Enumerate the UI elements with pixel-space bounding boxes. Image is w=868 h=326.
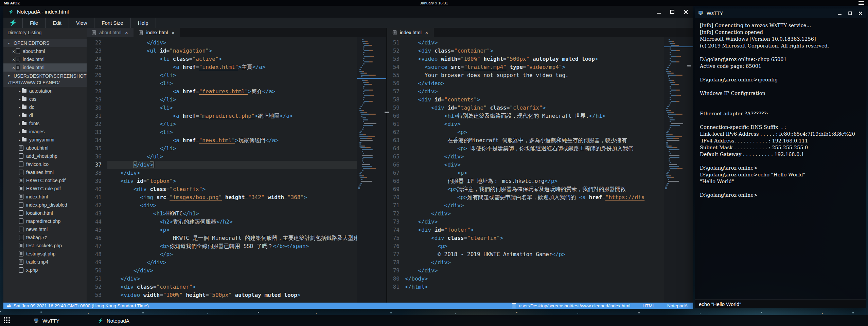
open-editors-section[interactable]: OPEN EDITORS [3, 39, 87, 47]
close-icon[interactable] [858, 11, 863, 15]
file-item[interactable]: testmysql.php [3, 250, 87, 258]
folder-item[interactable]: autostation [3, 87, 87, 95]
code-line: <a href="mapredirect.php">網上地圖</a> [107, 112, 386, 120]
menu-item-view[interactable]: View [69, 18, 94, 28]
folder-item[interactable]: css [3, 95, 87, 103]
chevron-right-icon[interactable] [18, 114, 22, 117]
right-scrollbar-thumb[interactable] [687, 65, 691, 66]
file-item[interactable]: mapredirect.php [3, 217, 87, 225]
line-number: 56 [387, 79, 400, 88]
code-line: </ul> [107, 153, 386, 161]
chevron-right-icon[interactable] [18, 122, 22, 126]
line-number: 68 [387, 177, 400, 185]
menu-item-font-size[interactable]: Font Size [94, 18, 130, 28]
file-item[interactable]: location.html [3, 209, 87, 217]
folder-item[interactable]: fonts [3, 119, 87, 128]
code-line: <li> [107, 128, 386, 136]
chevron-right-icon[interactable] [18, 106, 22, 109]
line-number: 66 [387, 161, 400, 169]
left-minimap[interactable] [357, 37, 386, 303]
file-item[interactable]: HKWTC rule.pdf [3, 185, 87, 193]
file-item[interactable]: trailer.mp4 [3, 258, 87, 266]
code-line: </body> [405, 275, 693, 283]
code-line: <div class="container"> [405, 47, 693, 55]
editor-tab-index.html[interactable]: index.html [134, 28, 180, 37]
close-icon[interactable] [684, 9, 688, 14]
minimize-icon[interactable] [838, 11, 842, 15]
notepada-titlebar[interactable]: NotepadA - index.html [3, 6, 693, 18]
app-launcher-icon[interactable] [4, 317, 11, 324]
menu-item-help[interactable]: Help [131, 18, 156, 28]
right-tab-bar: index.html [387, 28, 693, 37]
taskbar-item-notepada[interactable]: NotepadA [95, 315, 132, 326]
line-number: 54 [387, 63, 400, 71]
minimap-viewport-indicator[interactable] [664, 46, 693, 47]
folder-item[interactable]: images [3, 128, 87, 136]
close-icon[interactable] [425, 30, 429, 35]
terminal-input[interactable]: echo "Hello World" [695, 300, 866, 308]
chevron-down-icon[interactable] [7, 41, 11, 45]
right-editor[interactable]: 5152535455565758596061626364656667686970… [387, 37, 693, 303]
terminal-output[interactable]: [info] Conencting to arozos WsTTY servic… [695, 18, 866, 300]
hamburger-menu-icon[interactable] [858, 1, 864, 5]
code-line: <div class="container"> [107, 283, 386, 291]
chevron-right-icon[interactable] [18, 130, 22, 134]
file-item[interactable]: teabag.7z [3, 233, 87, 242]
code-line: </p> [107, 250, 386, 258]
close-icon[interactable] [171, 30, 175, 35]
terminal-line [700, 158, 861, 165]
minimap-viewport-indicator[interactable] [357, 78, 386, 79]
open-editor-item[interactable]: about.html [3, 47, 87, 55]
file-name: about.html [26, 145, 48, 151]
code-line: <p> [405, 242, 693, 250]
file-item[interactable]: features.html [3, 168, 87, 176]
close-icon[interactable] [12, 57, 16, 62]
file-item[interactable]: x.php [3, 266, 87, 274]
wstty-titlebar[interactable]: WsTTY [695, 8, 866, 18]
taskbar-item-wstty[interactable]: WsTTY [32, 315, 62, 326]
statusbar-filepath[interactable]: user:/Desktop/screenshot/test/www cleane… [519, 303, 630, 308]
folder-item[interactable]: dl [3, 111, 87, 119]
file-item[interactable]: index.php_disabled [3, 201, 87, 209]
chevron-right-icon[interactable] [18, 138, 22, 142]
right-minimap[interactable] [664, 37, 693, 303]
chevron-right-icon[interactable] [18, 89, 22, 93]
line-number: 60 [387, 112, 400, 120]
maximize-icon[interactable] [670, 9, 675, 14]
code-line: <li> [107, 104, 386, 112]
notepada-logo-icon [98, 318, 103, 324]
file-item[interactable]: news.html [3, 225, 87, 233]
file-item[interactable]: HKWTC notice.pdf [3, 176, 87, 185]
close-icon[interactable] [12, 49, 16, 54]
notepada-menubar: FileEditViewFont SizeHelp [3, 18, 693, 28]
open-editor-item[interactable]: index.html [3, 55, 87, 63]
left-editor[interactable]: 2223242526272829303132333435363738394041… [87, 37, 386, 303]
file-item[interactable]: add_vhost.php [3, 152, 87, 160]
menu-item-file[interactable]: File [23, 18, 46, 28]
code-line: </html> [405, 283, 693, 291]
workspace-folder-section[interactable]: USER:/DESKTOP/SCREENSHOT/TEST/WWW CLEANE… [3, 72, 87, 87]
chevron-down-icon[interactable] [7, 74, 11, 78]
file-item[interactable]: about.html [3, 144, 87, 152]
chevron-right-icon[interactable] [18, 97, 22, 101]
close-icon[interactable] [12, 65, 16, 70]
open-editor-item[interactable]: index.html [3, 63, 87, 72]
splitter-handle[interactable] [385, 112, 389, 113]
code-line: </div> [107, 258, 386, 267]
line-number: 67 [387, 169, 400, 177]
file-item[interactable]: favicon.ico [3, 160, 87, 168]
editor-tab-about.html[interactable]: about.html [87, 28, 134, 37]
file-item[interactable]: index.html [3, 193, 87, 201]
maximize-icon[interactable] [848, 11, 852, 15]
folder-name: images [29, 129, 45, 134]
menu-item-edit[interactable]: Edit [46, 18, 69, 28]
file-item[interactable]: test_sockets.php [3, 242, 87, 250]
folder-item[interactable]: yamiyamimi [3, 136, 87, 144]
close-icon[interactable] [124, 30, 128, 35]
editor-tab-index.html[interactable]: index.html [387, 28, 434, 37]
minimize-icon[interactable] [656, 9, 661, 14]
statusbar-language-mode[interactable]: HTML [642, 303, 655, 308]
code-line: <ul id="navigation"> [107, 47, 386, 55]
terminal-line [700, 185, 861, 192]
folder-item[interactable]: dc [3, 103, 87, 111]
